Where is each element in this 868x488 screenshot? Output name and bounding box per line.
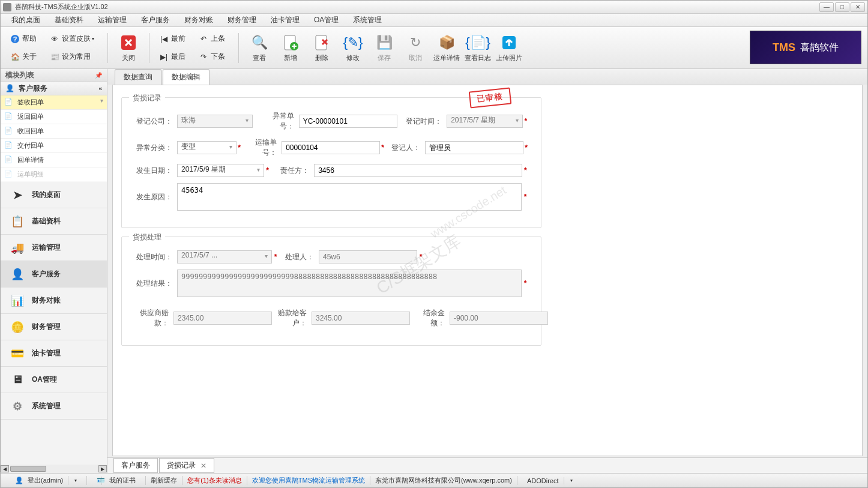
edit-icon: {✎} (343, 33, 363, 52)
ptime-field[interactable]: 2017/5/7 ... (177, 250, 272, 264)
menu-oa[interactable]: OA管理 (307, 14, 346, 26)
tab-edit[interactable]: 数据编辑 (163, 69, 209, 85)
sidebar-item-detail[interactable]: 📄回单详情 (1, 153, 107, 167)
menu-desktop[interactable]: 我的桌面 (4, 14, 47, 26)
add-button[interactable]: 新增 (275, 31, 306, 65)
sidebar-category-customer[interactable]: 👤客户服务« (1, 82, 107, 95)
sidebar-item-sign[interactable]: 📄签收回单 (1, 95, 107, 110)
close-button[interactable]: 关闭 (113, 31, 144, 65)
nav-recon[interactable]: 📊财务对账 (1, 288, 107, 314)
doctab-customer[interactable]: 客户服务 (113, 458, 158, 473)
menu-fuel[interactable]: 油卡管理 (264, 14, 307, 26)
detail-button[interactable]: 📦运单详情 (431, 31, 462, 65)
menu-customer[interactable]: 客户服务 (134, 14, 177, 26)
menu-system[interactable]: 系统管理 (346, 14, 389, 26)
nav-transport[interactable]: 🚚运输管理 (1, 235, 107, 261)
company-label: 登记公司： (134, 116, 177, 127)
menu-transport[interactable]: 运输管理 (91, 14, 134, 26)
doctab-damage[interactable]: 货损记录✕ (159, 458, 214, 473)
nav-basedata[interactable]: 📋基础资料 (1, 208, 107, 235)
group-record: 货损记录 已审核 登记公司：珠海 异常单号： 登记时间：2017/5/7 星期*… (121, 97, 541, 228)
nav-fuel[interactable]: 💳油卡管理 (1, 340, 107, 367)
trno-field[interactable] (282, 141, 380, 154)
maximize-button[interactable]: □ (835, 2, 849, 12)
content: 货损记录 已审核 登记公司：珠海 异常单号： 登记时间：2017/5/7 星期*… (112, 85, 863, 456)
regtime-field[interactable]: 2017/5/7 星期 (447, 115, 522, 128)
undo-icon: ↻ (406, 33, 425, 52)
save-button[interactable]: 💾保存 (369, 31, 400, 65)
help-icon: ? (10, 34, 20, 44)
nav-oa[interactable]: 🖥OA管理 (1, 367, 107, 393)
document-tabs: 客户服务 货损记录✕ (107, 457, 867, 473)
db-mode[interactable]: ADODirect▾ (517, 477, 582, 484)
cancel-button[interactable]: ↻取消 (400, 31, 431, 65)
sidebar-item-return[interactable]: 📄返回回单 (1, 110, 107, 124)
excno-field[interactable] (299, 115, 397, 128)
custcomp-field[interactable] (312, 312, 410, 325)
tabstrip: 数据查询 数据编辑 (107, 69, 867, 85)
refresh-button[interactable]: 刷新缓存 (146, 476, 182, 485)
menu-basedata[interactable]: 基础资料 (47, 14, 91, 26)
reason-label: 发生原因： (134, 192, 177, 202)
sidebar-item-waybill[interactable]: 📄运单明细 (1, 167, 107, 182)
help-button[interactable]: ?帮助 (5, 32, 41, 45)
exctype-field[interactable]: 变型 (177, 141, 237, 154)
reason-field[interactable] (177, 183, 522, 211)
sidebar-item-recover[interactable]: 📄收回回单 (1, 124, 107, 139)
sidebar-header: 模块列表📌 (1, 69, 107, 82)
search-icon: 🔍 (250, 33, 269, 52)
about-button[interactable]: 🏠关于 (5, 50, 41, 63)
balance-field[interactable] (450, 312, 548, 325)
presult-field[interactable] (177, 270, 522, 297)
ptime-label: 处理时间： (134, 252, 177, 262)
menu-recon[interactable]: 财务对账 (177, 14, 220, 26)
nav-desktop[interactable]: ➤我的桌面 (1, 182, 107, 208)
group-record-title: 货损记录 (129, 93, 165, 103)
minimize-button[interactable]: — (819, 2, 834, 12)
last-button[interactable]: ▶|最后 (154, 50, 190, 63)
prev-button[interactable]: ↶上条 (194, 32, 230, 45)
prev-icon: ↶ (199, 34, 208, 44)
nav-customer[interactable]: 👤客户服务 (1, 261, 107, 288)
resp-field[interactable] (314, 164, 522, 177)
delete-button[interactable]: 删除 (306, 31, 337, 65)
supcomp-field[interactable] (173, 312, 272, 325)
nav-finance[interactable]: 🪙财务管理 (1, 314, 107, 340)
window-title: 喜鹊科技-TMS系统企业版V1.02 (15, 2, 818, 11)
gear-icon: ⚙ (9, 400, 26, 413)
puser-field[interactable] (319, 250, 417, 264)
skin-button[interactable]: 👁设置皮肤▾ (45, 32, 99, 45)
next-button[interactable]: ↷下条 (194, 50, 230, 63)
first-button[interactable]: |◀最前 (154, 32, 190, 45)
grid-icon: 📊 (9, 294, 26, 307)
sidebar-item-deliver[interactable]: 📄交付回单 (1, 139, 107, 153)
menu-finance[interactable]: 财务管理 (220, 14, 264, 26)
pin-icon[interactable]: 📌 (95, 72, 102, 79)
logout-button[interactable]: 👤登出(admin)▾ (5, 476, 87, 485)
company-text: 东莞市喜鹊网络科技有限公司(www.xqerp.com) (370, 476, 517, 485)
view-button[interactable]: 🔍查看 (244, 31, 275, 65)
occdate-field[interactable]: 2017/5/9 星期 (177, 164, 264, 177)
cert-button[interactable]: 🪪我的证书 (87, 476, 146, 485)
sidebar-scrollbar[interactable]: ◀▶ (1, 465, 107, 473)
user-icon: 👤 (5, 84, 15, 94)
resp-label: 责任方： (271, 166, 314, 176)
company-field[interactable]: 珠海 (177, 115, 253, 128)
log-button[interactable]: {📄}查看日志 (462, 31, 493, 65)
file-icon: 📋 (9, 215, 26, 228)
statusbar: 👤登出(admin)▾ 🪪我的证书 刷新缓存 您有(1)条未读消息 欢迎您使用喜… (1, 473, 867, 487)
reguser-field[interactable] (425, 141, 523, 154)
nav-system[interactable]: ⚙系统管理 (1, 393, 107, 420)
tab-query[interactable]: 数据查询 (115, 69, 161, 85)
close-window-button[interactable]: ✕ (851, 2, 865, 12)
upload-button[interactable]: 上传照片 (493, 31, 525, 65)
welcome-text: 欢迎您使用喜鹊TMS物流运输管理系统 (247, 476, 370, 485)
cursor-icon: ➤ (9, 188, 26, 202)
setdefault-button[interactable]: 📰设为常用 (45, 50, 95, 63)
first-icon: |◀ (159, 34, 169, 44)
edit-button[interactable]: {✎}修改 (337, 31, 369, 65)
unread-msg[interactable]: 您有(1)条未读消息 (182, 476, 247, 485)
close-icon[interactable]: ✕ (200, 462, 206, 470)
eye-icon: 👁 (50, 34, 59, 44)
balance-label: 结余金额： (410, 308, 450, 328)
